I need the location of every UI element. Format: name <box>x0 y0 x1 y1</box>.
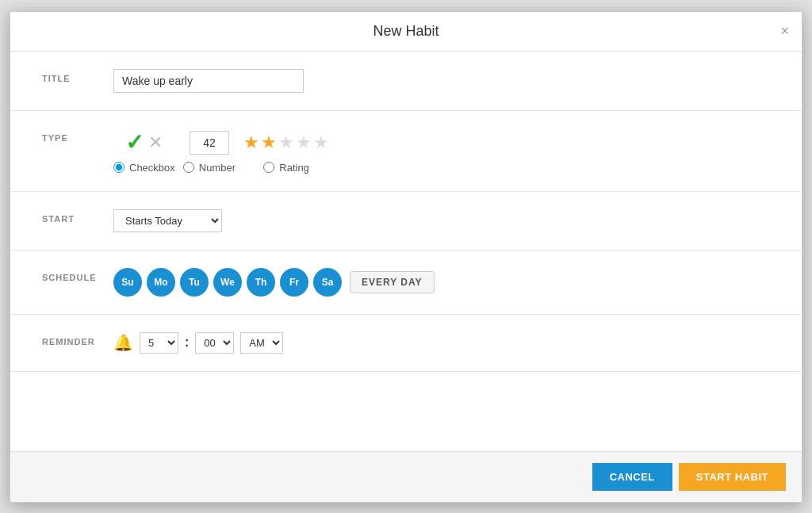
checkbox-icon-row: ✓ ✕ <box>125 128 163 157</box>
title-content <box>113 69 770 93</box>
dialog-body: TITLE TYPE ✓ ✕ Checkbox <box>10 52 802 451</box>
day-sunday[interactable]: Su <box>113 268 142 297</box>
reminder-content: 🔔 1 2 3 4 5 6 7 8 9 10 11 12 <box>113 332 770 354</box>
day-thursday[interactable]: Th <box>247 268 275 297</box>
star-2: ★ <box>261 132 277 153</box>
start-row: START Starts Today Starts Tomorrow Custo… <box>10 192 802 251</box>
every-day-button[interactable]: EVERY DAY <box>350 271 435 293</box>
dialog-footer: CANCEL START HABIT <box>10 451 802 502</box>
number-label: Number <box>199 162 236 174</box>
star-5: ★ <box>313 132 329 153</box>
dialog-header: New Habit × <box>10 12 802 52</box>
type-label: TYPE <box>42 128 113 143</box>
checkbox-radio[interactable] <box>113 162 124 173</box>
type-row: TYPE ✓ ✕ Checkbox 42 <box>10 111 802 192</box>
start-label: START <box>42 209 113 224</box>
close-button[interactable]: × <box>780 24 789 38</box>
schedule-row: SCHEDULE Su Mo Tu We Th Fr Sa EVERY DAY <box>10 251 802 315</box>
time-colon: : <box>185 335 189 350</box>
reminder-controls: 🔔 1 2 3 4 5 6 7 8 9 10 11 12 <box>113 332 283 354</box>
bell-icon: 🔔 <box>113 333 133 352</box>
type-number-option: 42 Number <box>183 128 236 174</box>
day-circles: Su Mo Tu We Th Fr Sa <box>113 268 342 297</box>
star-1: ★ <box>243 132 259 153</box>
star-3: ★ <box>278 132 294 153</box>
rating-radio[interactable] <box>263 162 274 173</box>
hour-select[interactable]: 1 2 3 4 5 6 7 8 9 10 11 12 <box>140 332 178 354</box>
star-4: ★ <box>296 132 312 153</box>
type-rating-option: ★ ★ ★ ★ ★ Rating <box>243 128 329 174</box>
reminder-row: REMINDER 🔔 1 2 3 4 5 6 7 8 9 10 <box>10 315 802 372</box>
cancel-button[interactable]: CANCEL <box>592 463 672 491</box>
day-tuesday[interactable]: Tu <box>180 268 209 297</box>
number-radio-row[interactable]: Number <box>183 162 236 174</box>
type-content: ✓ ✕ Checkbox 42 Number <box>113 128 770 174</box>
rating-label: Rating <box>279 162 309 174</box>
period-select[interactable]: AM PM <box>240 332 283 354</box>
schedule-label: SCHEDULE <box>42 268 113 282</box>
rating-icon-row: ★ ★ ★ ★ ★ <box>243 128 329 157</box>
checkbox-radio-row[interactable]: Checkbox <box>113 162 175 174</box>
start-habit-button[interactable]: START HABIT <box>679 463 786 491</box>
title-label: TITLE <box>42 69 113 83</box>
start-content: Starts Today Starts Tomorrow Custom Date <box>113 209 770 232</box>
title-input[interactable] <box>113 69 304 93</box>
number-radio[interactable] <box>183 162 194 173</box>
cross-icon: ✕ <box>148 132 163 153</box>
day-monday[interactable]: Mo <box>147 268 175 297</box>
type-checkbox-option: ✓ ✕ Checkbox <box>113 128 175 174</box>
reminder-label: REMINDER <box>42 332 113 346</box>
title-row: TITLE <box>10 52 802 111</box>
start-select[interactable]: Starts Today Starts Tomorrow Custom Date <box>113 209 222 232</box>
rating-radio-row[interactable]: Rating <box>263 162 309 174</box>
minute-select[interactable]: 00 05 10 15 20 25 30 35 40 45 50 55 <box>195 332 234 354</box>
day-saturday[interactable]: Sa <box>313 268 342 297</box>
new-habit-dialog: New Habit × TITLE TYPE ✓ ✕ <box>10 11 802 503</box>
stars-display: ★ ★ ★ ★ ★ <box>243 132 329 153</box>
number-box: 42 <box>190 131 229 155</box>
dialog-title: New Habit <box>373 23 439 40</box>
day-friday[interactable]: Fr <box>280 268 308 297</box>
number-icon-row: 42 <box>190 128 229 157</box>
checkbox-label: Checkbox <box>129 162 175 174</box>
schedule-content: Su Mo Tu We Th Fr Sa EVERY DAY <box>113 268 770 297</box>
checkmark-icon: ✓ <box>125 129 144 155</box>
day-wednesday[interactable]: We <box>213 268 242 297</box>
